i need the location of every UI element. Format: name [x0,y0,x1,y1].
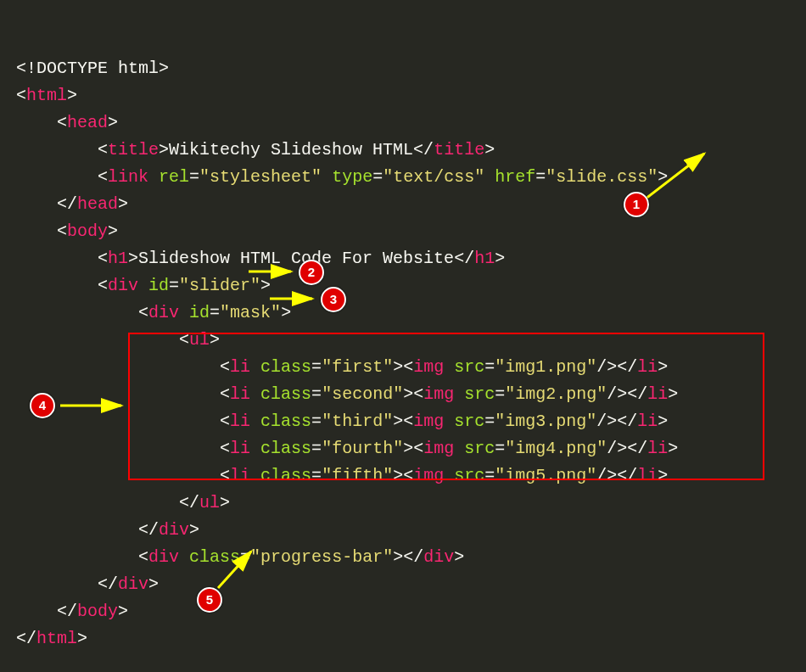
punct: > [658,167,668,187]
string: "progress-bar" [250,547,393,567]
punct: = [495,384,505,404]
string: "mask" [220,303,281,322]
code-block: <!DOCTYPE html> <html> <head> <title>Wik… [16,28,678,652]
string: "slider" [179,276,260,295]
punct: >< [393,357,413,377]
attr: class [260,466,311,485]
punct: </ [16,629,36,648]
attr: id [148,276,169,295]
attr: class [189,547,240,567]
punct: < [98,167,108,187]
attr: src [454,357,484,377]
punct: < [179,330,189,350]
punct: </ [57,602,77,621]
punct: < [98,249,108,268]
punct: </ [454,249,474,268]
punct: < [220,466,230,485]
tag: li [647,439,668,458]
punct: = [311,412,322,431]
tag: img [413,357,444,377]
punct: > [67,86,77,105]
string: "text/css" [383,167,484,187]
attr: src [464,439,495,458]
punct: > [658,357,668,377]
tag: html [36,629,77,648]
string: "first" [322,357,393,377]
punct: > [260,276,271,295]
punct: = [484,357,495,377]
code-text: Slideshow HTML Code For Website [138,249,454,268]
tag: link [108,167,148,187]
tag: img [423,439,454,458]
punct: < [220,357,230,377]
punct: = [372,167,383,187]
string: "fifth" [322,466,393,485]
tag: ul [199,493,220,512]
attr: class [260,439,311,458]
tag: html [26,86,67,105]
punct: = [210,303,220,322]
punct: > [148,574,159,594]
punct: = [311,384,322,404]
string: "img2.png" [505,384,607,404]
punct: > [108,113,118,132]
punct: = [311,466,322,485]
punct: > [658,412,668,431]
punct: = [311,439,322,458]
annotation-badge-1: 1 [624,192,649,217]
tag: li [230,357,250,377]
string: "img4.png" [505,439,607,458]
string: "img1.png" [495,357,596,377]
tag: li [230,384,250,404]
tag: li [230,412,250,431]
tag: div [108,276,138,295]
punct: </ [179,493,199,512]
tag: div [148,547,179,567]
tag: img [413,412,444,431]
attr: class [260,384,311,404]
punct: >< [393,412,413,431]
punct: > [668,439,678,458]
punct: > [159,140,169,160]
code-text: Wikitechy Slideshow HTML [169,140,413,160]
attr: class [260,412,311,431]
punct: < [57,221,67,241]
punct: > [128,249,138,268]
punct: = [240,547,250,567]
attr: src [454,412,484,431]
tag: head [77,194,118,214]
string: "stylesheet" [199,167,322,187]
string: "third" [322,412,393,431]
punct: > [454,547,464,567]
tag: h1 [474,249,495,268]
punct: </ [138,520,159,540]
punct: < [220,412,230,431]
punct: < [57,113,67,132]
punct: < [138,303,148,322]
tag: ul [189,330,210,350]
punct: = [189,167,199,187]
punct: < [138,547,148,567]
punct: > [495,249,505,268]
annotation-badge-2: 2 [299,260,324,285]
punct: > [210,330,220,350]
punct: /></ [607,384,647,404]
tag: li [647,384,668,404]
punct: = [484,466,495,485]
tag: h1 [108,249,128,268]
punct: /></ [596,357,637,377]
attr: type [332,167,372,187]
annotation-badge-3: 3 [321,287,346,312]
tag: div [118,574,148,594]
string: "img5.png" [495,466,596,485]
punct: > [668,384,678,404]
string: "slide.css" [546,167,658,187]
punct: > [77,629,87,648]
punct: < [98,140,108,160]
attr: class [260,357,311,377]
punct: </ [57,194,77,214]
tag: li [637,357,658,377]
punct: = [169,276,179,295]
punct: > [220,493,230,512]
tag: head [67,113,108,132]
